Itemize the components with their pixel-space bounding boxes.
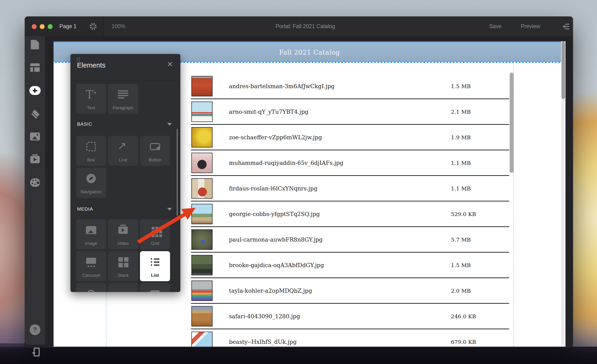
file-name: tayla-kohler-a2opMDQbZ.jpg xyxy=(229,288,312,294)
file-size: 5.7 MB xyxy=(451,237,471,243)
file-size: 1.9 MB xyxy=(451,134,471,140)
file-size: 1.5 MB xyxy=(451,262,471,268)
file-thumbnail xyxy=(191,204,212,224)
file-name: safari-4043090_1280.jpg xyxy=(229,313,300,320)
window-zoom-button[interactable] xyxy=(48,24,53,29)
tile-partial-1[interactable] xyxy=(76,283,106,292)
wallpaper-mountains xyxy=(0,347,597,364)
sidebar-item-pages[interactable] xyxy=(25,34,45,55)
list-scrollbar-thumb[interactable] xyxy=(510,73,514,173)
file-row[interactable]: firdaus-roslan-l6lCxYNqnrs.jpg 1.1 MB xyxy=(191,176,509,201)
save-button[interactable]: Save xyxy=(489,16,501,36)
window-minimize-button[interactable] xyxy=(40,24,45,29)
file-thumbnail xyxy=(191,255,212,275)
toolbar: Page 1 100% Portal: Fall 2021 Catalog Sa… xyxy=(25,16,573,36)
section-header-basic[interactable]: BASIC xyxy=(77,121,92,127)
canvas-scrollbar-track[interactable] xyxy=(561,41,566,347)
file-size: 1.5 MB xyxy=(451,83,471,89)
file-size: 679.0 KB xyxy=(451,339,476,345)
sidebar-icon xyxy=(29,86,41,95)
tile-stack[interactable]: Stack xyxy=(108,251,138,281)
tile-grid[interactable]: Grid xyxy=(140,219,170,249)
file-row[interactable]: tayla-kohler-a2opMDQbZ.jpg 2.0 MB xyxy=(191,278,509,304)
element-icon xyxy=(118,257,123,262)
preview-button[interactable]: Preview xyxy=(521,16,540,36)
file-thumbnail xyxy=(191,281,212,301)
sidebar-icon xyxy=(30,156,40,163)
sidebar-item-add-element[interactable] xyxy=(25,80,45,101)
tile-video[interactable]: Video xyxy=(108,219,138,249)
tile-navigation[interactable]: Navigation xyxy=(76,168,106,198)
sidebar-item-help[interactable] xyxy=(25,319,45,340)
tile-carousel[interactable]: Carousel xyxy=(76,251,106,281)
sidebar-icon xyxy=(31,110,39,118)
file-thumbnail xyxy=(191,178,212,199)
file-size: 246.0 KB xyxy=(451,313,476,319)
sidebar-item-layouts[interactable] xyxy=(25,57,45,78)
tile-label: Video xyxy=(108,241,138,246)
sidebar-icon xyxy=(31,40,39,49)
file-row[interactable]: georgie-cobbs-yfgptSTq2SQ.jpg 529.0 KB xyxy=(191,201,509,227)
file-row[interactable]: zoe-schaeffer-vZpp6mWL2jw.jpg 1.9 MB xyxy=(191,125,509,150)
file-row[interactable]: safari-4043090_1280.jpg 246.0 KB xyxy=(191,304,509,329)
page-selector[interactable]: Page 1 xyxy=(59,16,77,36)
canvas-scrollbar-thumb[interactable] xyxy=(562,41,565,99)
file-row[interactable]: muhammad-ruqiyaddin-65v_6djIAFs.jpg 1.1 … xyxy=(191,150,509,176)
file-name: paul-carmona-auwbFR8n8GY.jpg xyxy=(229,236,323,243)
sidebar-item-exit[interactable] xyxy=(25,342,45,363)
zoom-level[interactable]: 100% xyxy=(111,16,126,36)
chevron-down-icon[interactable] xyxy=(167,123,172,126)
tile-partial-2[interactable] xyxy=(108,283,138,292)
file-size: 1.1 MB xyxy=(451,160,471,166)
tile-paragraph[interactable]: Paragraph xyxy=(108,84,138,114)
file-row[interactable]: andres-bartelsman-3m6AfJwCkgI.jpg 1.5 MB xyxy=(191,74,509,99)
featured-tiles: Text Paragraph xyxy=(76,84,138,114)
file-row[interactable]: brooke-gajdica-oqA3AbfDdGY.jpg 1.5 MB xyxy=(191,253,509,278)
file-thumbnail xyxy=(191,229,212,250)
file-name: arno-smit-qY_yTu7YBT4.jpg xyxy=(229,109,308,115)
element-icon xyxy=(118,90,128,99)
close-icon[interactable]: × xyxy=(165,59,175,69)
element-icon xyxy=(86,174,96,183)
tile-partial-3[interactable] xyxy=(140,283,170,292)
chevron-down-icon[interactable] xyxy=(167,208,172,211)
tile-button[interactable]: Button xyxy=(140,136,170,166)
file-thumbnail xyxy=(191,76,212,96)
tile-label: Carousel xyxy=(76,273,106,278)
sidebar-item-videos[interactable] xyxy=(25,149,45,170)
file-size: 1.1 MB xyxy=(451,186,471,192)
sidebar-item-theme[interactable] xyxy=(25,172,45,193)
tile-label: Button xyxy=(140,157,170,163)
sidebar-item-images[interactable] xyxy=(25,126,45,147)
window-close-button[interactable] xyxy=(32,24,37,29)
file-row[interactable]: arno-smit-qY_yTu7YBT4.jpg 2.1 MB xyxy=(191,99,509,125)
file-row[interactable]: paul-carmona-auwbFR8n8GY.jpg 5.7 MB xyxy=(191,227,509,253)
file-name: brooke-gajdica-oqA3AbfDdGY.jpg xyxy=(229,262,324,269)
element-icon xyxy=(118,141,129,152)
sidebar-icon xyxy=(30,347,40,357)
tile-text[interactable]: Text xyxy=(76,84,106,114)
element-icon xyxy=(151,258,159,266)
tile-label: Box xyxy=(76,157,106,163)
section-header-media[interactable]: MEDIA xyxy=(77,206,93,212)
tile-label: List xyxy=(140,273,170,278)
tile-image[interactable]: Image xyxy=(76,219,106,249)
element-icon xyxy=(86,142,96,151)
tile-label: Navigation xyxy=(76,189,106,194)
sidebar-icon xyxy=(30,63,40,72)
file-name: zoe-schaeffer-vZpp6mWL2jw.jpg xyxy=(229,134,322,141)
tile-list[interactable]: List xyxy=(140,251,170,281)
toggle-inspector-icon[interactable] xyxy=(561,23,569,30)
panel-scrollbar-thumb[interactable] xyxy=(177,129,178,216)
basic-tiles: Box Line Button Navigation xyxy=(76,136,170,198)
panel-title: Elements xyxy=(77,61,105,69)
window-title: Portal: Fall 2021 Catalog xyxy=(275,16,335,36)
tile-line[interactable]: Line xyxy=(108,136,138,166)
file-thumbnail xyxy=(191,127,212,148)
sidebar-item-layers[interactable] xyxy=(25,103,45,124)
drag-handle-icon[interactable] xyxy=(77,57,78,58)
settings-gear-icon[interactable] xyxy=(89,23,97,30)
file-row[interactable]: beasty--HxIhfS_dUk.jpg 679.0 KB xyxy=(191,329,509,347)
tile-box[interactable]: Box xyxy=(76,136,106,166)
file-name: muhammad-ruqiyaddin-65v_6djIAFs.jpg xyxy=(229,160,343,166)
